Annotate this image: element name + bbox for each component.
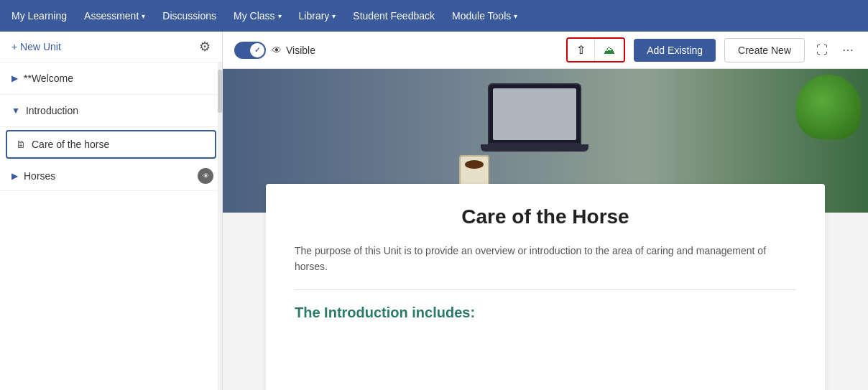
horses-eye-badge: 👁 — [198, 168, 213, 184]
eye-slash-icon: 👁 — [203, 172, 209, 180]
move-down-button[interactable]: ⛰ — [595, 39, 624, 61]
fullscreen-button[interactable]: ⛶ — [813, 41, 831, 60]
content-subtitle: The Introduction includes: — [295, 305, 796, 321]
content-description: The purpose of this Unit is to provide a… — [295, 243, 796, 275]
moduletools-chevron: ▾ — [514, 12, 517, 20]
eye-icon: 👁 — [272, 45, 282, 56]
assessment-chevron: ▾ — [142, 12, 145, 20]
visible-toggle[interactable]: ✓ — [234, 42, 266, 59]
toggle-wrap: ✓ 👁 Visible — [234, 42, 315, 59]
arrow-down-icon: ⛰ — [604, 44, 615, 57]
document-icon: 🗎 — [16, 139, 26, 150]
nav-module-tools[interactable]: Module Tools ▾ — [452, 10, 517, 22]
sidebar-scrollbar-thumb — [218, 70, 222, 113]
nav-my-learning[interactable]: My Learning — [11, 10, 67, 22]
sidebar-item-horses[interactable]: ▶ Horses 👁 — [0, 162, 222, 191]
content-divider — [295, 289, 796, 290]
library-chevron: ▾ — [332, 12, 336, 20]
introduction-label: Introduction — [26, 105, 78, 116]
nav-assessment[interactable]: Assessment ▾ — [84, 10, 145, 22]
main-layout: + New Unit ⚙ ▶ **Welcome ▼ Introduction … — [0, 32, 868, 390]
nav-library[interactable]: Library ▾ — [299, 10, 336, 22]
welcome-arrow-icon: ▶ — [11, 73, 18, 83]
sidebar: + New Unit ⚙ ▶ **Welcome ▼ Introduction … — [0, 32, 223, 390]
sidebar-scrollbar-track — [218, 62, 222, 390]
visible-label: 👁 Visible — [272, 45, 315, 56]
content-panel: Care of the Horse The purpose of this Un… — [223, 69, 868, 390]
sidebar-item-care-of-horse[interactable]: 🗎 Care of the horse — [6, 130, 216, 159]
content-area: ✓ 👁 Visible ⇧ ⛰ Add Existing Create New — [223, 32, 868, 390]
create-new-button[interactable]: Create New — [724, 38, 805, 62]
gear-button[interactable]: ⚙ — [199, 39, 211, 55]
content-title: Care of the Horse — [295, 205, 796, 228]
toggle-check-icon: ✓ — [254, 46, 260, 54]
new-unit-button[interactable]: + New Unit — [11, 41, 61, 52]
introduction-arrow-icon: ▼ — [11, 106, 20, 116]
nav-discussions[interactable]: Discussions — [162, 10, 216, 22]
toggle-knob: ✓ — [250, 43, 264, 57]
welcome-label: **Welcome — [24, 73, 73, 84]
top-navigation: My Learning Assessment ▾ Discussions My … — [0, 0, 868, 32]
move-up-button[interactable]: ⇧ — [568, 39, 595, 61]
sidebar-item-introduction[interactable]: ▼ Introduction — [0, 95, 222, 127]
nav-student-feedback[interactable]: Student Feedback — [353, 10, 435, 22]
arrow-up-icon: ⇧ — [576, 43, 586, 57]
content-body: Care of the Horse The purpose of this Un… — [266, 184, 825, 390]
toolbar: ✓ 👁 Visible ⇧ ⛰ Add Existing Create New — [223, 32, 868, 69]
nav-my-class[interactable]: My Class ▾ — [234, 10, 282, 22]
horses-label: Horses — [24, 170, 55, 182]
care-of-horse-label: Care of the horse — [32, 139, 109, 150]
horses-arrow-icon: ▶ — [11, 171, 18, 181]
more-options-button[interactable]: ⋯ — [839, 40, 857, 60]
sidebar-scroll: ▶ **Welcome ▼ Introduction 🗎 Care of the… — [0, 62, 222, 390]
visible-text: Visible — [286, 45, 315, 56]
add-existing-button[interactable]: Add Existing — [634, 39, 716, 62]
sidebar-header: + New Unit ⚙ — [0, 32, 222, 62]
myclass-chevron: ▾ — [278, 12, 282, 20]
arrow-buttons-group: ⇧ ⛰ — [566, 37, 625, 62]
sidebar-item-welcome[interactable]: ▶ **Welcome — [0, 62, 222, 95]
